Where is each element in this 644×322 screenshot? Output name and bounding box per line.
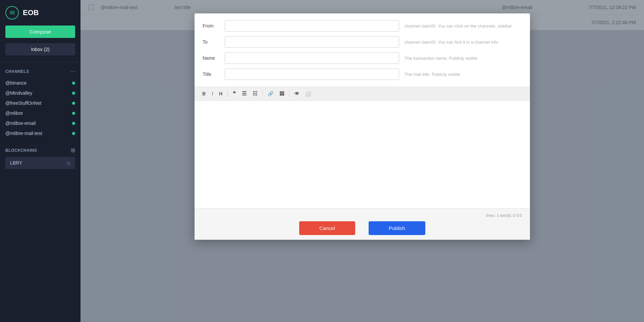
footer-buttons: Cancel Publish (203, 221, 522, 235)
toolbar-separator-2 (262, 91, 263, 97)
heading-button[interactable]: H (217, 90, 225, 97)
footer-stats: lines: 1 words: 0 0:0 (203, 213, 522, 218)
blockchains-title: BLOCKCHAINS (5, 148, 37, 153)
channel-active-dot (72, 132, 75, 135)
from-hint: channel claimID, You can click on the ch… (405, 24, 522, 29)
sidebar-item-channel-2[interactable]: @freeStuffOnNet (0, 98, 80, 108)
blockchain-item-lbry[interactable]: LBRY ◇ (5, 157, 75, 169)
preview-button[interactable]: 👁 (292, 90, 302, 97)
from-input[interactable] (225, 20, 399, 32)
app-name: EOB (23, 8, 39, 17)
sidebar-divider (0, 62, 80, 62)
channel-name: @mlibre (5, 110, 23, 116)
link-button[interactable]: 🔗 (265, 90, 276, 97)
channels-list: @binance@Mindvalley@freeStuffOnNet@mlibr… (0, 78, 80, 138)
modal-form-section: From channel claimID, You can click on t… (195, 13, 530, 87)
quote-button[interactable]: ❝ (230, 90, 238, 98)
sidebar-item-channel-4[interactable]: @mlibre-email (0, 118, 80, 128)
italic-button[interactable]: I (209, 90, 215, 97)
blockchain-name: LBRY (10, 160, 22, 166)
channel-name: @Mindvalley (5, 90, 32, 96)
from-row: From channel claimID, You can click on t… (203, 20, 522, 32)
title-label: Title (203, 72, 219, 77)
name-hint: The transaction name. Publicly visible (405, 56, 522, 61)
channel-active-dot (72, 122, 75, 125)
blockchains-menu-icon[interactable]: ⊞ (71, 147, 75, 153)
toolbar-separator-3 (289, 91, 289, 97)
channel-active-dot (72, 102, 75, 105)
modal-overlay: From channel claimID, You can click on t… (80, 0, 644, 322)
compose-modal: From channel claimID, You can click on t… (195, 13, 530, 240)
side-by-side-button[interactable]: ⬜ (303, 90, 313, 97)
sidebar: ✉ EOB Compose Inbox (2) CHANNELS ··· @bi… (0, 0, 80, 322)
sidebar-item-channel-0[interactable]: @binance (0, 78, 80, 88)
name-label: Name (203, 55, 219, 61)
from-label: From (203, 23, 219, 29)
channel-active-dot (72, 82, 75, 85)
editor-area[interactable] (195, 101, 530, 208)
toolbar-separator-1 (227, 91, 228, 97)
image-button[interactable]: 🖼 (277, 90, 286, 97)
publish-button[interactable]: Publish (369, 221, 425, 235)
editor-toolbar: B I H ❝ ☰ ☷ 🔗 🖼 👁 ⬜ (195, 87, 530, 101)
name-input[interactable] (225, 52, 399, 64)
main-content: @mlibre-mail-test test title @mlibre-ema… (80, 0, 644, 322)
unordered-list-button[interactable]: ☰ (239, 90, 249, 98)
title-input[interactable] (225, 68, 399, 80)
compose-button[interactable]: Compose (5, 26, 75, 38)
modal-footer: lines: 1 words: 0 0:0 Cancel Publish (195, 208, 530, 240)
channel-name: @binance (5, 80, 26, 86)
channels-section-header: CHANNELS ··· (0, 66, 80, 78)
to-row: To channel claimID, You can find it in a… (203, 36, 522, 48)
sidebar-item-channel-1[interactable]: @Mindvalley (0, 88, 80, 98)
layers-icon: ◇ (67, 160, 70, 166)
bold-button[interactable]: B (200, 90, 208, 97)
inbox-button[interactable]: Inbox (2) (5, 43, 75, 55)
title-row: Title The mail title. Publicly visible (203, 68, 522, 80)
blockchains-section: BLOCKCHAINS ⊞ LBRY ◇ (0, 145, 80, 169)
sidebar-item-channel-5[interactable]: @mlibre-mail-test (0, 128, 80, 138)
to-label: To (203, 39, 219, 45)
blockchains-section-header: BLOCKCHAINS ⊞ (0, 145, 80, 157)
name-row: Name The transaction name. Publicly visi… (203, 52, 522, 64)
to-input[interactable] (225, 36, 399, 48)
channels-title: CHANNELS (5, 69, 29, 74)
channels-menu-icon[interactable]: ··· (71, 68, 75, 75)
to-hint: channel claimID, You can find it in a ch… (405, 40, 522, 45)
channel-name: @freeStuffOnNet (5, 100, 41, 106)
cancel-button[interactable]: Cancel (299, 221, 355, 235)
sidebar-header: ✉ EOB (0, 0, 80, 26)
channel-active-dot (72, 112, 75, 115)
channel-active-dot (72, 92, 75, 95)
channel-name: @mlibre-mail-test (5, 131, 42, 136)
app-logo-icon: ✉ (5, 6, 19, 19)
sidebar-item-channel-3[interactable]: @mlibre (0, 108, 80, 118)
ordered-list-button[interactable]: ☷ (250, 90, 260, 98)
channel-name: @mlibre-email (5, 121, 36, 126)
title-hint: The mail title. Publicly visible (405, 72, 522, 77)
